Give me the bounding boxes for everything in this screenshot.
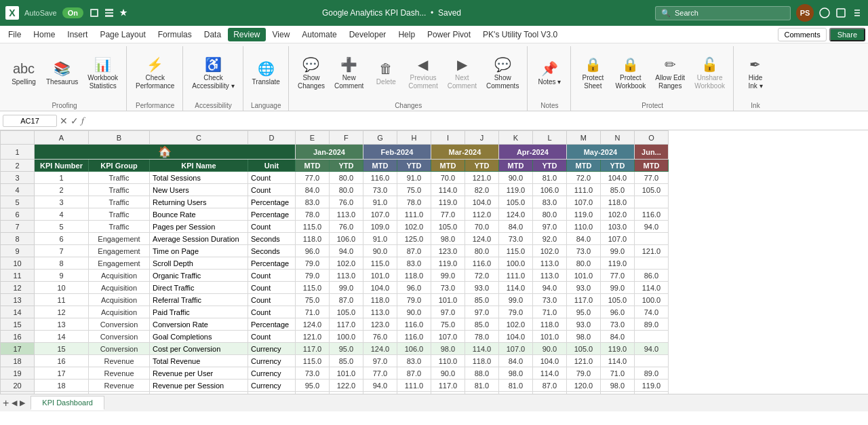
- col-C[interactable]: C: [150, 131, 248, 145]
- table-row[interactable]: 17 15 Conversion Cost per Conversion Cur…: [1, 343, 669, 355]
- table-row[interactable]: 14 12 Acquisition Paid Traffic Count 71.…: [1, 306, 669, 318]
- col-L[interactable]: L: [532, 131, 566, 145]
- svg-rect-3: [837, 9, 845, 17]
- column-header-row: A B C D E F G H I J K L M N O: [1, 131, 669, 145]
- table-row[interactable]: 16 14 Conversion Goal Completions Count …: [1, 331, 669, 343]
- share-button[interactable]: Share: [829, 28, 865, 41]
- ribbon-btn-hide-ink[interactable]: ✒ HideInk ▾: [738, 49, 772, 98]
- table-row[interactable]: 7 5 Traffic Pages per Session Count 115.…: [1, 221, 669, 233]
- menu-pk-utility[interactable]: PK's Utility Tool V3.0: [477, 28, 563, 41]
- ribbon-btn-protect-sheet[interactable]: 🔒 ProtectSheet: [576, 49, 610, 98]
- check-perf-icon: ⚡: [146, 56, 163, 73]
- ribbon-btn-show-comments[interactable]: 💬 ShowComments: [482, 49, 523, 98]
- ribbon-btn-next-comment[interactable]: ▶ NextComment: [443, 49, 481, 98]
- menu-page-layout[interactable]: Page Layout: [94, 28, 151, 41]
- menu-developer[interactable]: Developer: [344, 28, 392, 41]
- sheet-area[interactable]: A B C D E F G H I J K L M N O: [0, 130, 868, 394]
- subheader-mar-ytd: YTD: [465, 160, 498, 172]
- table-row[interactable]: 12 10 Acquisition Direct Traffic Count 1…: [1, 282, 669, 294]
- menu-data[interactable]: Data: [199, 28, 226, 41]
- ribbon-btn-prev-comment[interactable]: ◀ PreviousComment: [404, 49, 441, 98]
- menu-formulas[interactable]: Formulas: [153, 28, 197, 41]
- nav-right-button[interactable]: ▶: [20, 399, 25, 407]
- subheader-mar-mtd: MTD: [431, 160, 465, 172]
- ribbon-group-label-ink: Ink: [738, 100, 772, 111]
- ribbon-btn-thesaurus[interactable]: 📚 Thesaurus: [42, 49, 82, 98]
- col-O[interactable]: O: [634, 131, 668, 145]
- ribbon-group-proofing: abc Spelling 📚 Thesaurus 📊 WorkbookStati…: [3, 46, 127, 111]
- app-icon: X: [5, 6, 19, 20]
- avatar: PS: [796, 4, 814, 22]
- subheader-may-mtd: MTD: [566, 160, 600, 172]
- insert-function-icon[interactable]: 𝑓: [81, 115, 84, 126]
- ribbon-btn-workbook-stats[interactable]: 📊 WorkbookStatistics: [83, 49, 122, 98]
- col-I[interactable]: I: [431, 131, 465, 145]
- autosave-toggle[interactable]: On: [62, 7, 83, 18]
- col-A[interactable]: A: [35, 131, 89, 145]
- ribbon-btn-translate[interactable]: 🌐 Translate: [248, 49, 284, 98]
- table-row[interactable]: 20 18 Revenue Revenue per Session Curren…: [1, 380, 669, 392]
- home-cell[interactable]: 🏠: [35, 145, 296, 160]
- table-row[interactable]: 19 17 Revenue Revenue per User Currency …: [1, 367, 669, 380]
- table-row[interactable]: 8 6 Engagement Average Session Duration …: [1, 233, 669, 245]
- table-row[interactable]: 6 4 Traffic Bounce Rate Percentage 78.0 …: [1, 208, 669, 221]
- protect-workbook-icon: 🔒: [622, 56, 639, 73]
- menu-file[interactable]: File: [3, 28, 26, 41]
- table-row[interactable]: 15 13 Conversion Conversion Rate Percent…: [1, 318, 669, 331]
- cancel-formula-icon[interactable]: ✕: [60, 115, 68, 126]
- menu-power-pivot[interactable]: Power Pivot: [422, 28, 476, 41]
- table-row[interactable]: 13 11 Acquisition Referral Traffic Count…: [1, 294, 669, 306]
- table-row[interactable]: 9 7 Engagement Time on Page Seconds 96.0…: [1, 245, 669, 257]
- col-E[interactable]: E: [295, 131, 329, 145]
- cell-reference-box[interactable]: AC17: [3, 115, 57, 127]
- ribbon-btn-spelling[interactable]: abc Spelling: [7, 49, 41, 98]
- ribbon-btn-check-perf[interactable]: ⚡ CheckPerformance: [132, 49, 178, 98]
- ribbon-btn-show-changes[interactable]: 💬 ShowChanges: [294, 49, 329, 98]
- subheader-apr-ytd: YTD: [532, 160, 566, 172]
- ribbon-btn-protect-workbook[interactable]: 🔒 ProtectWorkbook: [611, 49, 650, 98]
- col-K[interactable]: K: [498, 131, 532, 145]
- formula-bar: AC17 ✕ ✓ 𝑓: [0, 111, 868, 130]
- row-num-1: 1: [1, 145, 35, 160]
- table-row[interactable]: 4 2 Traffic New Users Count 84.0 80.0 73…: [1, 184, 669, 196]
- menu-view[interactable]: View: [267, 28, 296, 41]
- search-box[interactable]: 🔍 Search: [655, 6, 791, 20]
- table-row[interactable]: 18 16 Revenue Total Revenue Currency 115…: [1, 355, 669, 367]
- table-row[interactable]: 11 9 Acquisition Organic Traffic Count 7…: [1, 270, 669, 282]
- col-N[interactable]: N: [600, 131, 634, 145]
- table-row[interactable]: 3 1 Traffic Total Sessions Count 77.0 80…: [1, 172, 669, 184]
- sheet-tab-kpi-dashboard[interactable]: KPI Dashboard: [31, 396, 104, 410]
- table-row[interactable]: 10 8 Engagement Scroll Depth Percentage …: [1, 257, 669, 270]
- menu-help[interactable]: Help: [393, 28, 420, 41]
- col-D[interactable]: D: [248, 131, 295, 145]
- nav-left-button[interactable]: ◀: [12, 399, 17, 407]
- comments-button[interactable]: Comments: [778, 28, 826, 41]
- col-F[interactable]: F: [329, 131, 363, 145]
- formula-input[interactable]: [87, 115, 865, 126]
- ribbon-btn-notes[interactable]: 📌 Notes ▾: [532, 49, 566, 98]
- col-M[interactable]: M: [566, 131, 600, 145]
- col-J[interactable]: J: [465, 131, 498, 145]
- table-row[interactable]: 5 3 Traffic Returning Users Percentage 8…: [1, 196, 669, 208]
- menu-insert[interactable]: Insert: [62, 28, 93, 41]
- col-B[interactable]: B: [89, 131, 150, 145]
- ribbon-btn-accessibility[interactable]: ♿ CheckAccessibility ▾: [188, 49, 238, 98]
- menu-automate[interactable]: Automate: [296, 28, 342, 41]
- ribbon-btn-allow-edit-ranges[interactable]: ✏ Allow EditRanges: [651, 49, 689, 98]
- ribbon-btn-delete[interactable]: 🗑 Delete: [369, 49, 403, 98]
- subheader-kpi-number: KPI Number: [35, 160, 89, 172]
- add-sheet-button[interactable]: +: [3, 397, 9, 409]
- tab-bar: + ◀ ▶ KPI Dashboard: [0, 394, 868, 411]
- ribbon-btn-new-comment[interactable]: ➕ NewComment: [330, 49, 368, 98]
- menu-home[interactable]: Home: [28, 28, 60, 41]
- ribbon-btn-unshare-workbook[interactable]: 🔓 UnshareWorkbook: [690, 49, 729, 98]
- allow-edit-ranges-icon: ✏: [665, 56, 676, 73]
- title-bar: X AutoSave On Google Analytics KPI Dash.…: [0, 0, 868, 26]
- spelling-icon: abc: [13, 61, 35, 77]
- show-comments-icon: 💬: [494, 56, 511, 73]
- col-G[interactable]: G: [363, 131, 397, 145]
- menu-review[interactable]: Review: [228, 28, 265, 41]
- col-H[interactable]: H: [397, 131, 431, 145]
- confirm-formula-icon[interactable]: ✓: [71, 115, 79, 126]
- table-row[interactable]: 21 19 User Behavior Exit Rate Percentage…: [1, 392, 669, 394]
